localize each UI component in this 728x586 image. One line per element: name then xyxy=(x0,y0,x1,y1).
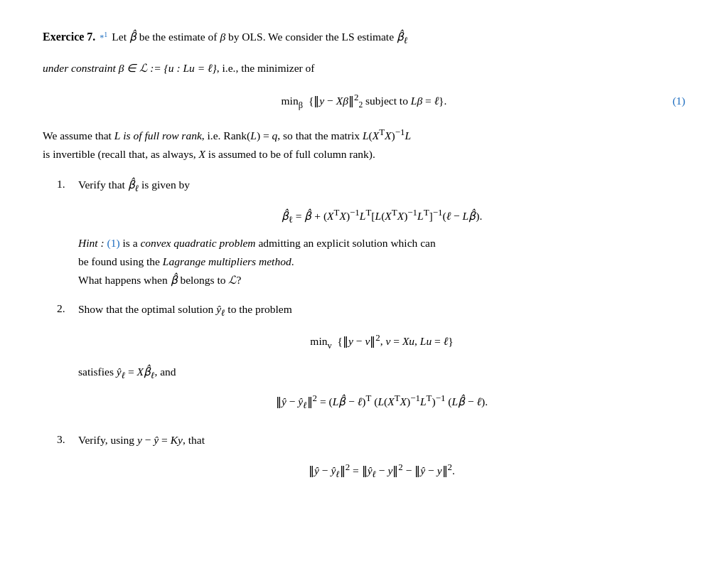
hint-label: Hint : xyxy=(78,237,107,249)
item-3-number: 3. xyxy=(57,431,71,447)
exercise-title: Exercice 7. xyxy=(43,28,95,46)
item-2-number: 2. xyxy=(57,300,71,316)
equation-1-number: (1) xyxy=(673,93,685,110)
item-3-main: Verify, using y − ŷ = Ky, that xyxy=(78,431,685,449)
hint-body: is a convex quadratic problem admitting … xyxy=(78,237,436,285)
assumption-block: We assume that L is of full row rank, i.… xyxy=(43,124,685,163)
exercise-header: Exercice 7. *1 Let β̂ be the estimate of… xyxy=(43,28,685,47)
item-1-content: Verify that β̂ℓ is given by β̂ℓ = β̂ + (… xyxy=(78,176,685,289)
item-1-number: 1. xyxy=(57,176,71,192)
item-2-satisfies: satisfies ŷℓ = Xβ̂ℓ, and xyxy=(78,363,685,383)
list-item-3: 3. Verify, using y − ŷ = Ky, that ‖ŷ − ŷ… xyxy=(57,431,685,487)
item-2-content: Show that the optimal solution ŷℓ to the… xyxy=(78,300,685,420)
item-1-main: Verify that β̂ℓ is given by xyxy=(78,176,685,196)
intro-text-inline: Let β̂ be the estimate of β by OLS. We c… xyxy=(112,28,407,47)
item-2-formula-norm: ‖ŷ − ŷℓ‖2 = (Lβ̂ − ℓ)T (L(XTX)−1LT)−1 (L… xyxy=(78,390,685,413)
item-2-main: Show that the optimal solution ŷℓ to the… xyxy=(78,300,685,320)
item-1-hint: Hint : (1) is a convex quadratic problem… xyxy=(78,234,685,289)
list-item-2: 2. Show that the optimal solution ŷℓ to … xyxy=(57,300,685,420)
equation-1: minβ {‖y − Xβ‖22 subject to Lβ = ℓ}. (1) xyxy=(43,90,685,112)
hint-ref: (1) xyxy=(107,237,119,249)
exercise-list: 1. Verify that β̂ℓ is given by β̂ℓ = β̂ … xyxy=(43,176,685,487)
star-ref: *1 xyxy=(100,29,107,44)
intro-constraint: under constraint β ∈ ℒ := {u : Lu = ℓ}, … xyxy=(43,60,685,78)
item-3-content: Verify, using y − ŷ = Ky, that ‖ŷ − ŷℓ‖2… xyxy=(78,431,685,487)
list-item-1: 1. Verify that β̂ℓ is given by β̂ℓ = β̂ … xyxy=(57,176,685,289)
exercise-container: Exercice 7. *1 Let β̂ be the estimate of… xyxy=(43,28,685,487)
equation-1-content: minβ {‖y − Xβ‖22 subject to Lβ = ℓ}. xyxy=(282,95,447,107)
item-1-formula: β̂ℓ = β̂ + (XTX)−1LT[L(XTX)−1LT]−1(ℓ − L… xyxy=(78,205,685,228)
item-3-formula: ‖ŷ − ŷℓ‖2 = ‖ŷℓ − y‖2 − ‖ŷ − y‖2. xyxy=(78,459,685,482)
item-2-formula-min: minv {‖y − v‖2, v = Xu, Lu = ℓ} xyxy=(78,330,685,353)
